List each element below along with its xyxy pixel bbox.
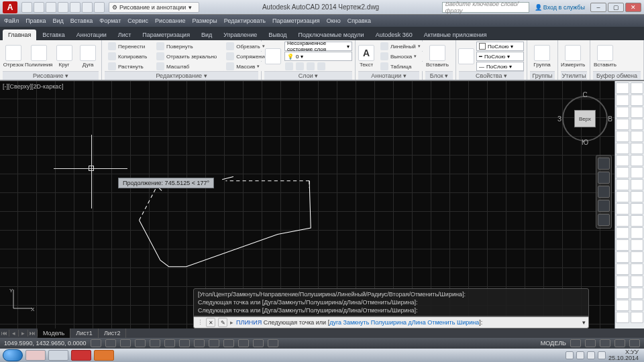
zoom-extents-icon[interactable]: [598, 186, 610, 198]
tp-btn[interactable]: [616, 143, 629, 154]
tp-btn[interactable]: [631, 167, 644, 178]
tp-btn[interactable]: [616, 155, 629, 166]
arc-button[interactable]: Дуга: [77, 45, 99, 68]
taskbar-app[interactable]: [25, 350, 46, 361]
menu-draw[interactable]: Рисование: [155, 17, 185, 24]
tp-btn[interactable]: [631, 251, 644, 263]
menu-format[interactable]: Формат: [99, 17, 121, 24]
menu-file[interactable]: Файл: [4, 17, 19, 24]
status-tpy-toggle[interactable]: [238, 339, 249, 347]
layer-off-button[interactable]: [295, 62, 305, 71]
signin-link[interactable]: 👤 Вход в службы: [535, 4, 585, 11]
tp-btn[interactable]: [616, 276, 629, 287]
layer-state-combo[interactable]: Несохраненное состояние слоя ▾: [284, 42, 352, 51]
tab-layout[interactable]: Лист: [113, 29, 137, 40]
tp-btn[interactable]: [631, 179, 644, 190]
taskbar-powerpoint[interactable]: [94, 350, 114, 361]
status-model-label[interactable]: МОДЕЛЬ: [541, 340, 566, 347]
qat-plot-icon[interactable]: [70, 2, 80, 13]
tp-btn[interactable]: [616, 227, 629, 239]
linetype-combo[interactable]: —ПоСлою▾: [476, 62, 524, 71]
measure-button[interactable]: Измерить: [561, 45, 585, 68]
status-grid-toggle[interactable]: [105, 339, 116, 347]
tp-btn[interactable]: [631, 227, 644, 239]
tp-btn[interactable]: [631, 191, 644, 202]
command-input[interactable]: ⋮ ✕ ✎ ▸ ПЛИНИЯ Следующая точка или [дуга…: [193, 316, 589, 328]
status-otrack-toggle[interactable]: [179, 339, 190, 347]
polyline-button[interactable]: Полилиния: [27, 45, 51, 68]
status-ducs-toggle[interactable]: [194, 339, 205, 347]
menu-dimension[interactable]: Размеры: [192, 17, 217, 24]
panel-utils-title[interactable]: Утилиты ▾: [561, 71, 587, 80]
workspace-selector[interactable]: ⚙ Рисование и аннотации ▾: [109, 2, 199, 13]
menu-tools[interactable]: Сервис: [127, 17, 148, 24]
qat-saveas-icon[interactable]: [58, 2, 68, 13]
status-dyn-toggle[interactable]: [209, 339, 219, 347]
tp-btn[interactable]: [631, 107, 644, 118]
layer-prop-button[interactable]: [264, 48, 282, 64]
tp-btn[interactable]: [631, 143, 644, 154]
leader-button[interactable]: Выноска▾: [377, 52, 424, 61]
tp-btn[interactable]: [631, 95, 644, 106]
menu-modify[interactable]: Редактировать: [224, 17, 266, 24]
cmdline-dropdown-icon[interactable]: ▾: [582, 319, 586, 326]
taskbar-autocad[interactable]: [71, 350, 91, 361]
pan-icon[interactable]: [598, 172, 610, 184]
tp-btn[interactable]: [616, 203, 629, 215]
tab-express[interactable]: Активные приложения: [419, 29, 492, 40]
qat-new-icon[interactable]: [21, 2, 32, 13]
status-qp-toggle[interactable]: [253, 339, 264, 347]
paste-button[interactable]: Вставить: [593, 45, 617, 68]
tp-btn[interactable]: [616, 179, 629, 190]
lineweight-combo[interactable]: ━ПоСлою▾: [476, 52, 524, 61]
start-button[interactable]: [3, 349, 23, 361]
circle-button[interactable]: Круг: [54, 45, 75, 68]
help-search-input[interactable]: Введите ключевое слово/фразу: [442, 2, 529, 13]
group-button[interactable]: Группа: [530, 45, 554, 68]
move-button[interactable]: Перенести: [105, 42, 150, 51]
tab-scroll-next-icon[interactable]: ▸: [19, 330, 28, 337]
tab-scroll-first-icon[interactable]: ⏮: [0, 330, 9, 337]
stretch-button[interactable]: Растянуть: [105, 62, 150, 71]
command-history[interactable]: [Угол/Центр/Замкнуть/Направление/Полушир…: [193, 288, 589, 316]
tab-insert[interactable]: Вставка: [37, 29, 70, 40]
mirror-button[interactable]: Отразить зеркально: [153, 52, 220, 61]
panel-annot-title[interactable]: Аннотации ▾: [358, 71, 419, 80]
minimize-button[interactable]: –: [590, 3, 606, 12]
compass-e[interactable]: В: [608, 115, 612, 123]
tp-btn[interactable]: [616, 312, 629, 323]
status-tray-icon[interactable]: [585, 339, 596, 347]
tp-btn[interactable]: [616, 288, 629, 299]
tp-btn[interactable]: [616, 191, 629, 202]
tp-btn[interactable]: [616, 131, 629, 142]
tray-icon[interactable]: [566, 351, 574, 359]
panel-block-title[interactable]: Блок ▾: [425, 71, 453, 80]
qat-open-icon[interactable]: [34, 2, 44, 13]
menu-edit[interactable]: Правка: [25, 17, 46, 24]
tp-btn[interactable]: [631, 239, 644, 251]
status-snap-toggle[interactable]: [91, 339, 101, 347]
tp-btn[interactable]: [616, 251, 629, 263]
tp-btn[interactable]: [616, 215, 629, 227]
layer-lock-button[interactable]: [317, 62, 326, 71]
close-button[interactable]: ✕: [625, 3, 641, 12]
layer-iso-button[interactable]: [284, 62, 294, 71]
status-tray-icon[interactable]: [600, 339, 610, 347]
status-polar-toggle[interactable]: [135, 339, 146, 347]
tp-btn[interactable]: [616, 119, 629, 130]
tab-home[interactable]: Главная: [3, 29, 36, 40]
cmdline-close-icon[interactable]: ✕: [206, 318, 215, 327]
layer-combo[interactable]: 💡0 ▾: [284, 52, 352, 61]
tp-btn[interactable]: [631, 312, 644, 323]
panel-draw-title[interactable]: Рисование ▾: [3, 71, 99, 80]
tp-btn[interactable]: [631, 263, 644, 275]
dim-linear-button[interactable]: Линейный▾: [377, 42, 424, 51]
text-button[interactable]: AТекст: [358, 45, 374, 68]
showmotion-icon[interactable]: [598, 214, 610, 226]
tab-scroll-prev-icon[interactable]: ◂: [9, 330, 19, 337]
tray-network-icon[interactable]: [587, 351, 595, 359]
cmdline-grip-icon[interactable]: ⋮: [197, 318, 203, 327]
drawing-area[interactable]: [-][Сверху][2D-каркас] Продолжение: 745.…: [0, 80, 644, 338]
taskbar-clock[interactable]: Х:УУ 25.10.2014: [608, 349, 641, 361]
insert-block-button[interactable]: Вставить: [425, 45, 449, 68]
